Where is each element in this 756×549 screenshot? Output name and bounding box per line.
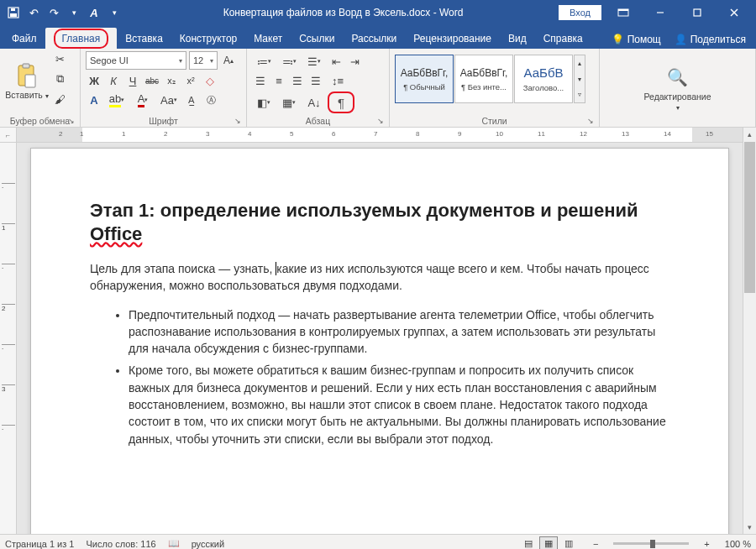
undo-icon[interactable]: ↶ — [27, 6, 40, 19]
bold-button[interactable]: Ж — [86, 72, 102, 89]
style-no-spacing[interactable]: АаБбВвГг, ¶ Без инте... — [454, 55, 513, 103]
group-editing: 🔍 Редактирование▾ — [600, 49, 756, 127]
tab-design[interactable]: Конструктор — [171, 28, 245, 49]
view-print-icon[interactable]: ▦ — [539, 536, 558, 550]
grow-font-icon[interactable]: A▴ — [220, 52, 237, 69]
list-item[interactable]: Предпочтительный подход — начать разверт… — [129, 306, 669, 358]
clipboard-dialog-launcher[interactable]: ↘ — [68, 117, 75, 125]
scroll-up-icon[interactable]: ▴ — [743, 128, 756, 141]
zoom-out-button[interactable]: − — [590, 539, 601, 549]
sort-icon[interactable]: A↓ — [302, 94, 326, 111]
italic-button[interactable]: К — [105, 72, 122, 89]
show-hide-marks-button[interactable]: ¶ — [328, 92, 354, 113]
close-icon[interactable] — [719, 0, 749, 25]
paragraph-dialog-launcher[interactable]: ↘ — [377, 117, 384, 125]
zoom-in-button[interactable]: + — [701, 539, 712, 549]
font-size-select[interactable]: 12▾ — [189, 51, 218, 70]
align-center-icon[interactable]: ≡ — [270, 72, 287, 89]
qat-customize-icon[interactable]: ▾ — [67, 6, 81, 19]
underline-button[interactable]: Ч — [124, 72, 141, 89]
ribbon-options-icon[interactable] — [608, 0, 638, 25]
view-read-icon[interactable]: ▤ — [519, 536, 538, 550]
copy-icon[interactable]: ⧉ — [52, 71, 67, 86]
justify-icon[interactable]: ☰ — [307, 72, 324, 89]
body-list[interactable]: Предпочтительный подход — начать разверт… — [115, 306, 669, 447]
strike-button[interactable]: abc — [144, 72, 160, 89]
list-item[interactable]: Кроме того, вы можете обратиться к вашим… — [129, 362, 669, 447]
horizontal-ruler[interactable]: 2 1 1 2 3 4 5 6 7 8 9 10 11 12 13 14 15 — [17, 128, 743, 143]
redo-icon[interactable]: ↷ — [47, 6, 60, 19]
styles-scroll[interactable]: ▴ ▾ ▿ — [574, 55, 585, 103]
clipboard-icon — [14, 63, 39, 88]
char-shading-icon[interactable]: A̲ — [183, 92, 200, 108]
styles-scroll-down-icon[interactable]: ▾ — [575, 71, 585, 87]
login-button[interactable]: Вход — [559, 5, 601, 20]
styles-scroll-up-icon[interactable]: ▴ — [575, 55, 585, 71]
tab-insert[interactable]: Вставка — [117, 28, 171, 49]
scroll-down-icon[interactable]: ▾ — [743, 520, 756, 534]
font-name-select[interactable]: Segoe UI▾ — [86, 51, 186, 70]
change-case-icon[interactable]: Aa▾ — [157, 92, 181, 108]
line-spacing-icon[interactable]: ↕≡ — [326, 72, 349, 89]
vertical-ruler[interactable]: ⌐ · 1 · 2 · 3 · — [0, 128, 17, 534]
multilevel-icon[interactable]: ☰▾ — [302, 53, 326, 70]
enclose-char-icon[interactable]: Ⓐ — [202, 92, 219, 108]
status-bar: Страница 1 из 1 Число слов: 116 📖 русски… — [0, 534, 756, 549]
share-button[interactable]: 👤Поделиться — [668, 30, 753, 49]
font-color-icon[interactable]: A▾ — [131, 92, 155, 108]
style-heading1[interactable]: АаБбВ Заголово... — [514, 55, 573, 103]
zoom-slider[interactable] — [613, 542, 689, 545]
view-web-icon[interactable]: ▥ — [559, 536, 578, 550]
scroll-thumb[interactable] — [744, 142, 755, 293]
tab-layout[interactable]: Макет — [245, 28, 291, 49]
editing-button[interactable]: 🔍 Редактирование▾ — [636, 58, 720, 118]
paste-button[interactable]: Вставить ▾ — [5, 51, 49, 112]
group-label-font: Шрифт — [149, 116, 178, 126]
touch-mode-icon[interactable]: A — [87, 6, 101, 19]
borders-icon[interactable]: ▦▾ — [277, 94, 301, 111]
tab-help[interactable]: Справка — [535, 28, 591, 49]
format-painter-icon[interactable]: 🖌 — [52, 92, 67, 107]
styles-gallery-expand-icon[interactable]: ▿ — [575, 86, 585, 102]
zoom-level[interactable]: 100 % — [725, 539, 751, 549]
tab-selector-icon[interactable]: ⌐ — [0, 128, 16, 143]
style-normal[interactable]: АаБбВвГг, ¶ Обычный — [395, 55, 454, 103]
status-page[interactable]: Страница 1 из 1 — [5, 539, 74, 549]
text-effects-icon[interactable]: A — [86, 92, 102, 108]
bulb-icon: 💡 — [612, 34, 624, 45]
highlight-color-icon[interactable]: ab▾ — [105, 92, 129, 108]
bullets-icon[interactable]: ≔▾ — [252, 53, 276, 70]
superscript-button[interactable]: x² — [182, 72, 199, 89]
decrease-indent-icon[interactable]: ⇤ — [328, 53, 344, 70]
svg-rect-6 — [694, 9, 701, 16]
tab-view[interactable]: Вид — [500, 28, 535, 49]
proofing-icon[interactable]: 📖 — [168, 538, 180, 549]
vertical-scrollbar[interactable]: ▴ ▾ — [743, 128, 756, 534]
tell-me[interactable]: 💡Помощ — [605, 30, 668, 49]
status-language[interactable]: русский — [192, 539, 224, 549]
page[interactable]: Этап 1: определение используемых докумен… — [30, 148, 729, 534]
clear-format-icon[interactable]: ◇ — [202, 72, 218, 89]
font-dialog-launcher[interactable]: ↘ — [234, 117, 241, 125]
body-paragraph[interactable]: Цель для этапа поиска — узнать, какие из… — [90, 260, 669, 295]
status-word-count[interactable]: Число слов: 116 — [86, 539, 155, 549]
cut-icon[interactable]: ✂ — [52, 51, 67, 66]
shading-icon[interactable]: ◧▾ — [252, 94, 276, 111]
heading[interactable]: Этап 1: определение используемых докумен… — [90, 199, 669, 245]
qat-more-icon[interactable]: ▾ — [108, 6, 121, 19]
maximize-icon[interactable] — [682, 0, 712, 25]
tab-home[interactable]: Главная — [45, 28, 118, 49]
group-styles: АаБбВвГг, ¶ Обычный АаБбВвГг, ¶ Без инте… — [390, 49, 600, 127]
increase-indent-icon[interactable]: ⇥ — [346, 53, 363, 70]
numbering-icon[interactable]: ≕▾ — [277, 53, 301, 70]
save-icon[interactable] — [7, 6, 20, 19]
align-left-icon[interactable]: ☰ — [252, 72, 269, 89]
tab-mailings[interactable]: Рассылки — [343, 28, 405, 49]
tab-review[interactable]: Рецензирование — [405, 28, 500, 49]
styles-dialog-launcher[interactable]: ↘ — [587, 117, 594, 125]
minimize-icon[interactable] — [645, 0, 675, 25]
tab-file[interactable]: Файл — [3, 28, 45, 49]
tab-references[interactable]: Ссылки — [291, 28, 343, 49]
align-right-icon[interactable]: ☰ — [289, 72, 306, 89]
subscript-button[interactable]: x₂ — [163, 72, 180, 89]
